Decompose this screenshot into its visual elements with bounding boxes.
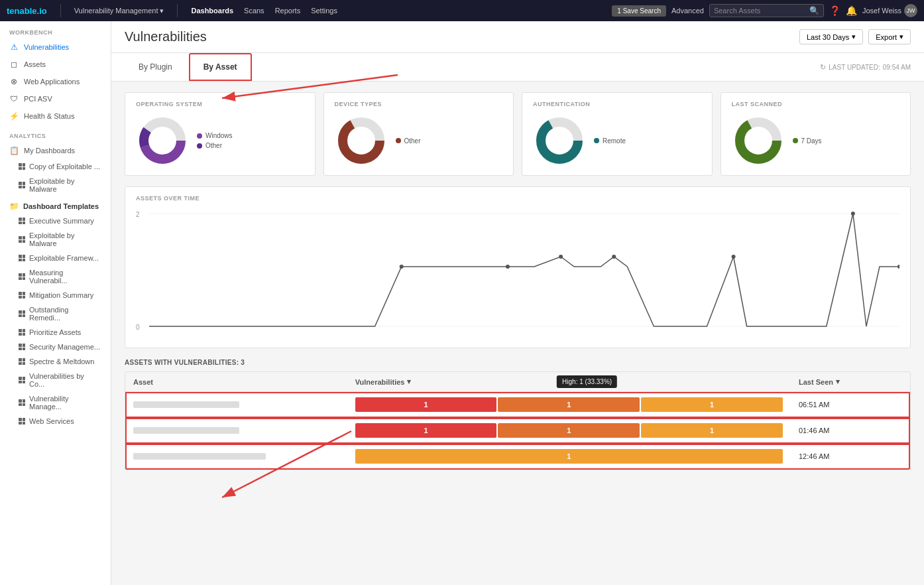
os-chart-title: OPERATING SYSTEM — [136, 101, 304, 107]
time-filter-dropdown[interactable]: Last 30 Days ▾ — [799, 29, 863, 44]
nav-reports[interactable]: Reports — [275, 7, 301, 15]
search-input[interactable] — [714, 7, 807, 15]
medium-bar-2: 1 — [641, 423, 783, 438]
time-chart-card: ASSETS OVER TIME 2 0 — [125, 186, 911, 348]
sidebar-sub-mitigation[interactable]: Mitigation Summary — [0, 288, 111, 302]
table-row: 1 1 1 High: 1 (33.33%) 06:51 AM — [125, 392, 910, 418]
high-bar-1: 1 — [498, 397, 640, 412]
os-legend-windows: Windows — [197, 132, 233, 139]
avatar: JW — [904, 4, 917, 17]
windows-label: Windows — [205, 132, 233, 139]
last-seen-cell-1: 06:51 AM — [791, 392, 910, 417]
sidebar-sub-exploitable-malware[interactable]: Exploitable by Malware — [0, 174, 111, 196]
asset-cell-1 — [125, 392, 347, 417]
svg-point-21 — [897, 265, 899, 269]
asset-cell-2 — [125, 418, 347, 443]
os-legend: Windows Other — [197, 132, 233, 149]
sidebar-label-web-applications: Web Applications — [24, 78, 80, 86]
sidebar-item-health-status[interactable]: ⚡ Health & Status — [0, 107, 111, 125]
device-other-legend: Other — [396, 137, 421, 145]
notifications-icon[interactable]: 🔔 — [846, 5, 857, 16]
last-seen-cell-3: 12:46 AM — [791, 444, 910, 469]
sidebar-sub-web-services[interactable]: Web Services — [0, 414, 111, 428]
nav-settings[interactable]: Settings — [311, 7, 337, 15]
sidebar-sub-prioritize[interactable]: Prioritize Assets — [0, 325, 111, 340]
asset-cell-3 — [125, 444, 347, 469]
sidebar-sub-copy-exploitable[interactable]: Copy of Exploitable ... — [0, 159, 111, 174]
tab-by-plugin[interactable]: By Plugin — [125, 53, 186, 81]
auth-legend: Remote — [594, 137, 626, 145]
view-tabs: By Plugin By Asset — [125, 53, 255, 81]
save-search-button[interactable]: 1 Save Search — [612, 5, 666, 17]
sidebar-sub-executive[interactable]: Executive Summary — [0, 214, 111, 228]
7days-label: 7 Days — [801, 137, 822, 145]
export-button[interactable]: Export ▾ — [868, 29, 911, 44]
top-nav: tenable.io Vulnerability Management ▾ Da… — [0, 0, 924, 21]
g14 — [19, 418, 25, 424]
sidebar-item-vulnerabilities[interactable]: ⚠ Vulnerabilities — [0, 38, 111, 56]
sidebar-sub-exploitable-framework[interactable]: Exploitable Framew... — [0, 251, 111, 265]
user-name: Josef Weiss — [862, 7, 901, 15]
nav-scans[interactable]: Scans — [244, 7, 264, 15]
sidebar-label-my-dashboards: My Dashboards — [24, 147, 75, 155]
sidebar-category-templates[interactable]: 📁 Dashboard Templates — [0, 196, 111, 214]
sidebar-label-health-status: Health & Status — [24, 112, 74, 120]
last-updated: ↻ LAST UPDATED: 09:54 AM — [820, 55, 911, 80]
folder-icon: 📁 — [9, 202, 19, 211]
sidebar-sub-vulns-co[interactable]: Vulnerabilities by Co... — [0, 369, 111, 391]
nav-dashboards[interactable]: Dashboards — [191, 7, 233, 15]
last-scanned-legend: 7 Days — [793, 137, 822, 145]
sidebar-item-web-applications[interactable]: ⊗ Web Applications — [0, 73, 111, 90]
sidebar-item-my-dashboards[interactable]: 📋 My Dashboards — [0, 142, 111, 159]
sidebar-item-assets[interactable]: ◻ Assets — [0, 56, 111, 73]
asset-name-blurred-2 — [133, 427, 239, 434]
health-icon: ⚡ — [9, 111, 19, 121]
help-icon[interactable]: ❓ — [829, 5, 840, 16]
device-other-dot — [396, 138, 401, 143]
g7 — [19, 292, 25, 298]
sidebar-sub-exploitable-malware2[interactable]: Exploitable by Malware — [0, 228, 111, 251]
tab-by-asset[interactable]: By Asset — [189, 53, 252, 81]
grid-icon — [19, 163, 25, 170]
vuln-cell-1: 1 1 1 High: 1 (33.33%) — [347, 392, 791, 417]
sidebar-item-pci-asv[interactable]: 🛡 PCI ASV — [0, 90, 111, 107]
sidebar-sub-vuln-manage[interactable]: Vulnerability Manage... — [0, 391, 111, 414]
refresh-icon: ↻ — [820, 63, 826, 72]
device-donut-svg — [335, 114, 388, 167]
nav-divider — [60, 4, 61, 17]
os-legend-other: Other — [197, 142, 233, 149]
high-bar-2: 1 — [498, 423, 640, 438]
last-updated-label: LAST UPDATED: — [829, 64, 880, 71]
svg-point-18 — [612, 255, 616, 259]
table-row: 1 1 1 01:46 AM — [125, 418, 910, 444]
sort-icon: ▾ — [407, 377, 411, 386]
table-row: 1 12:46 AM — [125, 444, 910, 470]
auth-donut-svg — [533, 114, 586, 167]
last-updated-time: 09:54 AM — [883, 64, 911, 71]
sidebar-sub-outstanding[interactable]: Outstanding Remedi... — [0, 302, 111, 325]
pci-icon: 🛡 — [9, 94, 19, 103]
page-header: Vulnerabilities Last 30 Days ▾ Export ▾ — [111, 21, 924, 53]
last-scanned-title: LAST SCANNED — [732, 101, 900, 107]
last-scanned-svg — [732, 114, 785, 167]
nav-divider-2 — [177, 4, 178, 17]
sidebar-sub-spectre[interactable]: Spectre & Meltdown — [0, 354, 111, 369]
os-chart-card: OPERATING SYSTEM Wind — [125, 92, 316, 176]
os-donut-svg — [136, 114, 189, 167]
vuln-bars-1: 1 1 1 — [355, 397, 783, 412]
advanced-button[interactable]: Advanced — [671, 7, 704, 15]
critical-bar-2: 1 — [355, 423, 497, 438]
sidebar-sub-measuring[interactable]: Measuring Vulnerabil... — [0, 265, 111, 288]
user-menu[interactable]: Josef Weiss JW — [862, 4, 917, 17]
g3 — [19, 218, 25, 224]
col-header-last-seen[interactable]: Last Seen ▾ — [791, 372, 910, 391]
medium-bar-1: 1 — [641, 397, 783, 412]
search-icon[interactable]: 🔍 — [809, 6, 819, 15]
nav-vulnerability-management[interactable]: Vulnerability Management ▾ — [74, 7, 164, 15]
chevron-down-icon: ▾ — [160, 7, 164, 15]
grid-icon-2 — [19, 182, 25, 188]
device-types-inner: Other — [335, 114, 503, 167]
last-scanned-donut — [732, 114, 785, 167]
g11 — [19, 358, 25, 365]
sidebar-sub-security[interactable]: Security Manageme... — [0, 340, 111, 354]
